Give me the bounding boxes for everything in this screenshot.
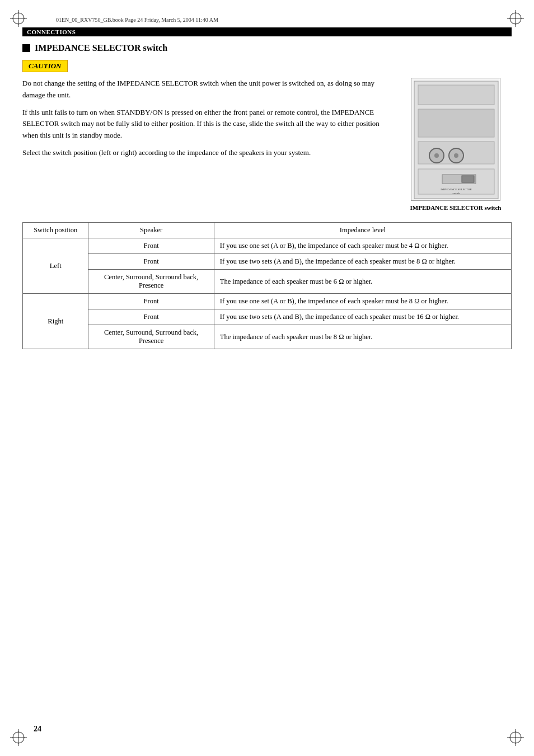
col-header-speaker: Speaker	[88, 223, 214, 238]
corner-mark-bl	[10, 729, 27, 746]
text-column: Do not change the setting of the IMPEDAN…	[22, 78, 388, 211]
table-row: Left Front If you use one set (A or B), …	[23, 238, 512, 254]
table-row: Center, Surround, Surround back,Presence…	[23, 270, 512, 294]
impedance-front-right-1: If you use one set (A or B), the impedan…	[214, 294, 511, 309]
svg-rect-22	[462, 176, 474, 182]
page-number: 24	[34, 725, 41, 734]
switch-position-right: Right	[23, 294, 88, 349]
col-header-switch-position: Switch position	[23, 223, 88, 238]
file-info: 01EN_00_RXV750_GB.book Page 24 Friday, M…	[22, 17, 512, 23]
corner-mark-tl	[10, 10, 27, 27]
impedance-front-right-2: If you use two sets (A and B), the imped…	[214, 309, 511, 325]
impedance-front-left-1: If you use one set (A or B), the impedan…	[214, 238, 511, 254]
title-square-icon	[22, 44, 30, 52]
section-title: IMPEDANCE SELECTOR switch	[22, 43, 512, 53]
speaker-front-left-2: Front	[88, 254, 214, 270]
table-row: Right Front If you use one set (A or B),…	[23, 294, 512, 309]
impedance-front-left-2: If you use two sets (A and B), the imped…	[214, 254, 511, 270]
svg-point-19	[454, 153, 458, 158]
section-header: CONNECTIONS	[22, 27, 512, 36]
corner-mark-tr	[507, 10, 524, 27]
table-header-row: Switch position Speaker Impedance level	[23, 223, 512, 238]
main-content: Do not change the setting of the IMPEDAN…	[22, 78, 512, 211]
speaker-front-right-2: Front	[88, 309, 214, 325]
speaker-center-surround-right: Center, Surround, Surround back,Presence	[88, 325, 214, 349]
device-diagram: IMPEDANCE SELECTOR switch	[411, 78, 500, 201]
impedance-center-surround-right: The impedance of each speaker must be 8 …	[214, 325, 511, 349]
svg-rect-14	[418, 109, 494, 137]
paragraph-1: Do not change the setting of the IMPEDAN…	[22, 78, 388, 101]
speaker-front-left: Front	[88, 238, 214, 254]
impedance-center-surround-left: The impedance of each speaker must be 6 …	[214, 270, 511, 294]
paragraph-2: If this unit fails to turn on when STAND…	[22, 107, 388, 142]
col-header-impedance: Impedance level	[214, 223, 511, 238]
page: 01EN_00_RXV750_GB.book Page 24 Friday, M…	[0, 0, 534, 756]
diagram-column: IMPEDANCE SELECTOR switch IMPEDANCE SELE…	[400, 78, 512, 211]
svg-text:IMPEDANCE SELECTOR: IMPEDANCE SELECTOR	[441, 188, 472, 191]
svg-point-17	[434, 153, 439, 158]
corner-mark-br	[507, 729, 524, 746]
table-row: Front If you use two sets (A and B), the…	[23, 254, 512, 270]
impedance-table: Switch position Speaker Impedance level …	[22, 222, 512, 349]
svg-rect-13	[418, 85, 494, 105]
device-svg: IMPEDANCE SELECTOR switch	[411, 78, 501, 201]
table-row: Center, Surround, Surround back,Presence…	[23, 325, 512, 349]
paragraph-3: Select the switch position (left or righ…	[22, 147, 388, 159]
speaker-front-right: Front	[88, 294, 214, 309]
switch-position-left: Left	[23, 238, 88, 294]
diagram-caption: IMPEDANCE SELECTOR switch	[410, 204, 502, 211]
caution-box: CAUTION	[22, 60, 68, 72]
speaker-center-surround-left: Center, Surround, Surround back,Presence	[88, 270, 214, 294]
table-row: Front If you use two sets (A and B), the…	[23, 309, 512, 325]
svg-text:switch: switch	[452, 192, 460, 195]
